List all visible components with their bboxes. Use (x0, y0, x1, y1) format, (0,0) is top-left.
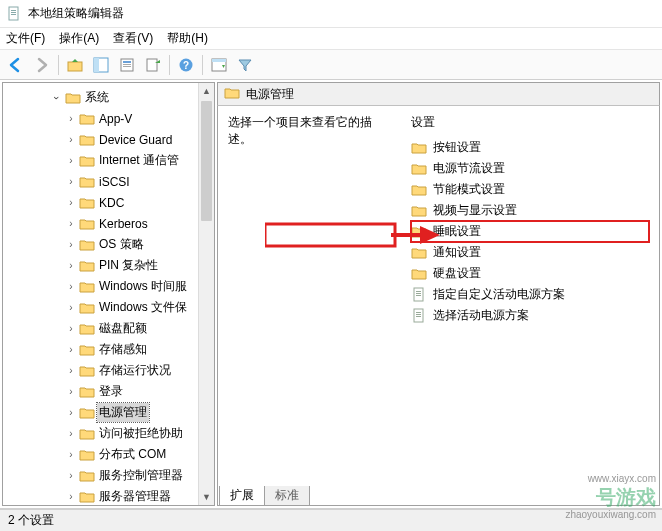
properties-button[interactable] (115, 53, 139, 77)
tab-standard[interactable]: 标准 (264, 486, 310, 506)
back-button[interactable] (4, 53, 28, 77)
forward-button[interactable] (30, 53, 54, 77)
expand-caret-icon[interactable]: › (51, 92, 63, 104)
filter-button[interactable] (233, 53, 257, 77)
export-button[interactable] (141, 53, 165, 77)
folder-icon (411, 140, 427, 156)
tree-item[interactable]: ›电源管理 (3, 402, 214, 423)
setting-folder[interactable]: 电源节流设置 (411, 158, 649, 179)
tree-item-label: KDC (97, 195, 126, 211)
tab-extended[interactable]: 扩展 (219, 486, 265, 506)
setting-policy[interactable]: 选择活动电源方案 (411, 305, 649, 326)
expand-caret-icon[interactable]: › (65, 176, 77, 188)
tree-item[interactable]: ›Device Guard (3, 129, 214, 150)
svg-text:?: ? (183, 60, 189, 71)
watermark-url2: zhaoyouxiwang.com (565, 509, 656, 521)
setting-folder[interactable]: 硬盘设置 (411, 263, 649, 284)
svg-rect-21 (416, 312, 421, 313)
status-text: 2 个设置 (8, 512, 54, 529)
folder-icon (79, 321, 95, 337)
tree-scrollbar[interactable]: ▲ ▼ (198, 83, 214, 505)
tree-item[interactable]: ›Windows 文件保 (3, 297, 214, 318)
svg-rect-19 (416, 295, 421, 296)
tree-item[interactable]: ›存储运行状况 (3, 360, 214, 381)
description-column: 选择一个项目来查看它的描述。 (228, 114, 383, 505)
scroll-thumb[interactable] (201, 101, 212, 221)
tree-item[interactable]: ›Internet 通信管 (3, 150, 214, 171)
app-icon (6, 6, 22, 22)
tree-item[interactable]: ›分布式 COM (3, 444, 214, 465)
tree-item-label: Kerberos (97, 216, 150, 232)
setting-folder[interactable]: 视频与显示设置 (411, 200, 649, 221)
setting-policy[interactable]: 指定自定义活动电源方案 (411, 284, 649, 305)
help-button[interactable]: ? (174, 53, 198, 77)
tree-item[interactable]: ›Windows 时间服 (3, 276, 214, 297)
expand-caret-icon[interactable]: › (65, 449, 77, 461)
setting-label: 通知设置 (433, 244, 481, 261)
menu-view[interactable]: 查看(V) (113, 30, 153, 47)
tree-item[interactable]: ›磁盘配额 (3, 318, 214, 339)
expand-caret-icon[interactable]: › (65, 365, 77, 377)
folder-icon (79, 363, 95, 379)
svg-rect-4 (68, 62, 82, 71)
setting-folder[interactable]: 节能模式设置 (411, 179, 649, 200)
menu-file[interactable]: 文件(F) (6, 30, 45, 47)
tree-item[interactable]: ›iSCSI (3, 171, 214, 192)
folder-icon (79, 216, 95, 232)
expand-caret-icon[interactable]: › (65, 239, 77, 251)
folder-icon (79, 258, 95, 274)
tree-item[interactable]: ›OS 策略 (3, 234, 214, 255)
menu-action[interactable]: 操作(A) (59, 30, 99, 47)
expand-caret-icon[interactable]: › (65, 323, 77, 335)
folder-icon (411, 161, 427, 177)
tree-item[interactable]: ›KDC (3, 192, 214, 213)
expand-caret-icon[interactable]: › (65, 197, 77, 209)
expand-caret-icon[interactable]: › (65, 113, 77, 125)
folder-icon (79, 279, 95, 295)
expand-caret-icon[interactable]: › (65, 470, 77, 482)
expand-caret-icon[interactable]: › (65, 260, 77, 272)
up-button[interactable] (63, 53, 87, 77)
tree-item[interactable]: ›Kerberos (3, 213, 214, 234)
svg-rect-11 (147, 59, 157, 71)
svg-rect-23 (416, 316, 421, 317)
tree-item-root[interactable]: ›系统 (3, 87, 214, 108)
folder-icon (79, 405, 95, 421)
tree-item[interactable]: ›服务控制管理器 (3, 465, 214, 486)
setting-folder[interactable]: 按钮设置 (411, 137, 649, 158)
tree-item[interactable]: ›存储感知 (3, 339, 214, 360)
console-tree-button[interactable] (89, 53, 113, 77)
toolbar-separator (169, 55, 170, 75)
setting-folder[interactable]: 睡眠设置 (411, 221, 649, 242)
svg-rect-16 (414, 288, 423, 301)
tree-item-label: iSCSI (97, 174, 132, 190)
title-bar: 本地组策略编辑器 (0, 0, 662, 28)
settings-list: 按钮设置电源节流设置节能模式设置视频与显示设置睡眠设置通知设置硬盘设置指定自定义… (411, 137, 649, 326)
expand-caret-icon[interactable]: › (65, 386, 77, 398)
expand-caret-icon[interactable]: › (65, 218, 77, 230)
tree-item[interactable]: ›登录 (3, 381, 214, 402)
tree-item[interactable]: ›App-V (3, 108, 214, 129)
expand-caret-icon[interactable]: › (65, 155, 77, 167)
expand-caret-icon[interactable]: › (65, 344, 77, 356)
show-hide-button[interactable] (207, 53, 231, 77)
scroll-up-button[interactable]: ▲ (199, 83, 214, 99)
svg-rect-0 (9, 7, 18, 20)
expand-caret-icon[interactable]: › (65, 302, 77, 314)
scroll-down-button[interactable]: ▼ (199, 489, 214, 505)
tree-item[interactable]: ›访问被拒绝协助 (3, 423, 214, 444)
menu-help[interactable]: 帮助(H) (167, 30, 208, 47)
svg-rect-15 (212, 59, 226, 62)
setting-label: 硬盘设置 (433, 265, 481, 282)
expand-caret-icon[interactable]: › (65, 407, 77, 419)
setting-folder[interactable]: 通知设置 (411, 242, 649, 263)
tree-item[interactable]: ›服务器管理器 (3, 486, 214, 506)
expand-caret-icon[interactable]: › (65, 281, 77, 293)
tree[interactable]: ›系统›App-V›Device Guard›Internet 通信管›iSCS… (3, 83, 214, 506)
tree-item-label: 系统 (83, 88, 111, 107)
expand-caret-icon[interactable]: › (65, 491, 77, 503)
expand-caret-icon[interactable]: › (65, 134, 77, 146)
detail-tabs: 扩展 标准 (219, 486, 309, 506)
expand-caret-icon[interactable]: › (65, 428, 77, 440)
tree-item[interactable]: ›PIN 复杂性 (3, 255, 214, 276)
